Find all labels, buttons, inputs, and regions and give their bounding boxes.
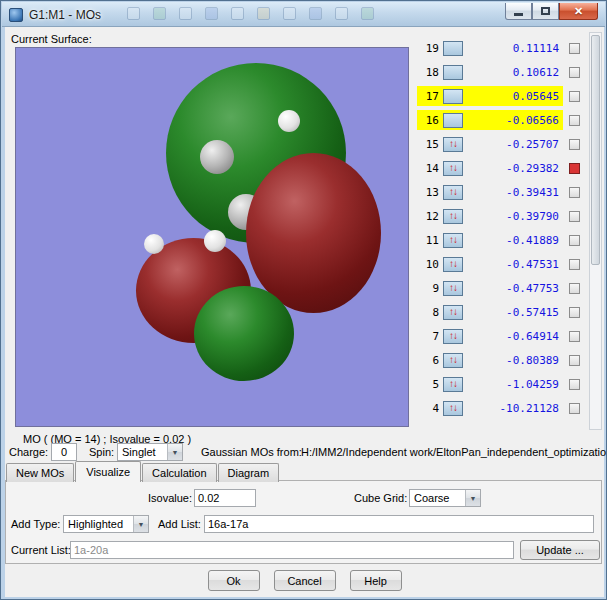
ok-button[interactable]: Ok (208, 570, 260, 591)
mo-display-checkbox[interactable] (569, 91, 580, 102)
mo-display-checkbox[interactable] (569, 355, 580, 366)
mo-row[interactable]: 16-0.06566 (417, 108, 585, 132)
mo-3d-viewport[interactable] (15, 47, 409, 427)
mo-display-checkbox[interactable] (569, 235, 580, 246)
mo-number: 5 (417, 378, 439, 391)
mo-row[interactable]: 170.05645 (417, 84, 585, 108)
current-list-input[interactable] (70, 541, 514, 559)
mo-row-main: 4↑↓-10.21128 (417, 398, 563, 418)
mo-display-checkbox[interactable] (569, 403, 580, 414)
maximize-icon (541, 7, 550, 15)
mo-row[interactable]: 5↑↓-1.04259 (417, 372, 585, 396)
help-button[interactable]: Help (350, 570, 402, 591)
mo-display-checkbox-active[interactable] (569, 163, 580, 174)
mo-row[interactable]: 10↑↓-0.47531 (417, 252, 585, 276)
visualize-tab-panel: Isovalue: Cube Grid: Coarse ▼ Add Type: … (5, 480, 602, 564)
mo-energy: -0.06566 (463, 114, 563, 127)
mo-row[interactable]: 4↑↓-10.21128 (417, 396, 585, 420)
occupied-orbital-icon[interactable]: ↑↓ (443, 329, 463, 344)
chevron-down-icon: ▼ (167, 444, 182, 460)
cube-grid-label: Cube Grid: (354, 492, 407, 504)
chevron-down-icon: ▼ (133, 516, 148, 532)
update-button[interactable]: Update ... (520, 540, 600, 560)
tab-calculation[interactable]: Calculation (142, 463, 216, 482)
charge-input[interactable] (51, 443, 77, 461)
minimize-icon (514, 13, 523, 16)
virtual-orbital-icon[interactable] (443, 113, 463, 128)
mo-display-checkbox[interactable] (569, 43, 580, 54)
mo-number: 11 (417, 234, 439, 247)
virtual-orbital-icon[interactable] (443, 89, 463, 104)
add-type-label: Add Type: (11, 518, 60, 530)
isovalue-input[interactable] (194, 489, 256, 507)
mo-row[interactable]: 15↑↓-0.25707 (417, 132, 585, 156)
mo-row-main: 9↑↓-0.47753 (417, 278, 563, 298)
mo-number: 16 (417, 114, 439, 127)
occupied-orbital-icon[interactable]: ↑↓ (443, 353, 463, 368)
spin-select[interactable]: Singlet ▼ (117, 443, 183, 461)
mo-display-checkbox[interactable] (569, 211, 580, 222)
occupied-orbital-icon[interactable]: ↑↓ (443, 257, 463, 272)
mo-row[interactable]: 6↑↓-0.80389 (417, 348, 585, 372)
mo-energy: 0.05645 (463, 90, 563, 103)
occupied-orbital-icon[interactable]: ↑↓ (443, 209, 463, 224)
close-button[interactable]: ✕ (559, 3, 598, 20)
mo-energy: -0.80389 (463, 354, 563, 367)
mo-energy: 0.10612 (463, 66, 563, 79)
mo-row-main: 6↑↓-0.80389 (417, 350, 563, 370)
mo-display-checkbox[interactable] (569, 259, 580, 270)
mo-display-checkbox[interactable] (569, 139, 580, 150)
mo-display-checkbox[interactable] (569, 187, 580, 198)
add-type-select[interactable]: Highlighted ▼ (63, 515, 149, 533)
occupied-orbital-icon[interactable]: ↑↓ (443, 137, 463, 152)
occupied-orbital-icon[interactable]: ↑↓ (443, 233, 463, 248)
occupied-orbital-icon[interactable]: ↑↓ (443, 305, 463, 320)
mo-number: 7 (417, 330, 439, 343)
add-list-input[interactable] (204, 515, 594, 533)
maximize-button[interactable] (532, 3, 559, 20)
mo-row-main: 15↑↓-0.25707 (417, 134, 563, 154)
occupied-orbital-icon[interactable]: ↑↓ (443, 161, 463, 176)
mo-row[interactable]: 180.10612 (417, 60, 585, 84)
mo-display-checkbox[interactable] (569, 283, 580, 294)
titlebar[interactable]: G1:M1 - MOs ✕ (2, 2, 605, 27)
tab-visualize[interactable]: Visualize (75, 461, 141, 482)
mo-row[interactable]: 13↑↓-0.39431 (417, 180, 585, 204)
scrollbar-thumb[interactable] (591, 35, 600, 265)
mo-display-checkbox[interactable] (569, 307, 580, 318)
virtual-orbital-icon[interactable] (443, 65, 463, 80)
mo-row[interactable]: 9↑↓-0.47753 (417, 276, 585, 300)
virtual-orbital-icon[interactable] (443, 41, 463, 56)
cancel-button[interactable]: Cancel (274, 570, 336, 591)
mo-row[interactable]: 12↑↓-0.39790 (417, 204, 585, 228)
tab-diagram[interactable]: Diagram (218, 463, 280, 482)
minimize-button[interactable] (505, 3, 532, 20)
mo-row[interactable]: 14↑↓-0.29382 (417, 156, 585, 180)
occupied-orbital-icon[interactable]: ↑↓ (443, 281, 463, 296)
mo-display-checkbox[interactable] (569, 115, 580, 126)
mo-energy: -0.39431 (463, 186, 563, 199)
occupied-orbital-icon[interactable]: ↑↓ (443, 185, 463, 200)
occupied-orbital-icon[interactable]: ↑↓ (443, 377, 463, 392)
mo-row[interactable]: 190.11114 (417, 36, 585, 60)
mo-display-checkbox[interactable] (569, 379, 580, 390)
tab-new-mos[interactable]: New MOs (6, 463, 74, 482)
spin-label: Spin: (89, 446, 114, 458)
mo-row-main: 190.11114 (417, 38, 563, 58)
mo-energy: -0.47753 (463, 282, 563, 295)
cube-grid-select[interactable]: Coarse ▼ (409, 489, 481, 507)
occupied-orbital-icon[interactable]: ↑↓ (443, 401, 463, 416)
mo-row[interactable]: 7↑↓-0.64914 (417, 324, 585, 348)
source-label: Gaussian MOs from: (201, 446, 302, 458)
mo-number: 4 (417, 402, 439, 415)
mo-display-checkbox[interactable] (569, 331, 580, 342)
mo-display-checkbox[interactable] (569, 67, 580, 78)
mo-number: 10 (417, 258, 439, 271)
mo-row-main: 180.10612 (417, 62, 563, 82)
add-list-label: Add List: (158, 518, 201, 530)
mo-list-scrollbar[interactable] (589, 32, 602, 430)
mo-row[interactable]: 8↑↓-0.57415 (417, 300, 585, 324)
mo-number: 12 (417, 210, 439, 223)
window-controls: ✕ (505, 3, 598, 20)
mo-row[interactable]: 11↑↓-0.41889 (417, 228, 585, 252)
